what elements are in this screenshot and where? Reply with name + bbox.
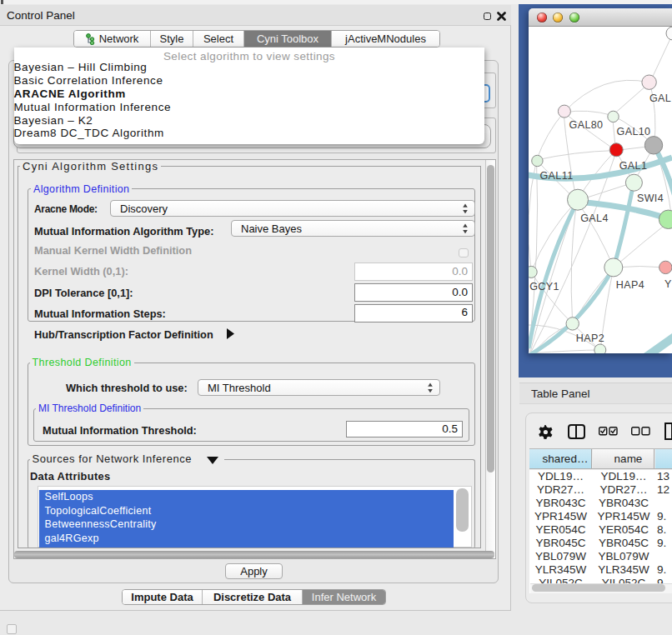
svg-text:GAL: GAL	[649, 92, 671, 104]
svg-text:Y: Y	[664, 278, 672, 290]
svg-text:GAL80: GAL80	[569, 119, 604, 131]
svg-text:GAL1: GAL1	[619, 160, 648, 172]
svg-text:GAL10: GAL10	[617, 126, 651, 138]
svg-text:GAL4: GAL4	[580, 212, 609, 224]
svg-text:SWI4: SWI4	[637, 192, 664, 204]
svg-text:HAP2: HAP2	[576, 332, 604, 344]
svg-text:HAP4: HAP4	[616, 279, 644, 291]
svg-text:GAL11: GAL11	[540, 170, 574, 182]
svg-text:GCY1: GCY1	[529, 281, 559, 292]
